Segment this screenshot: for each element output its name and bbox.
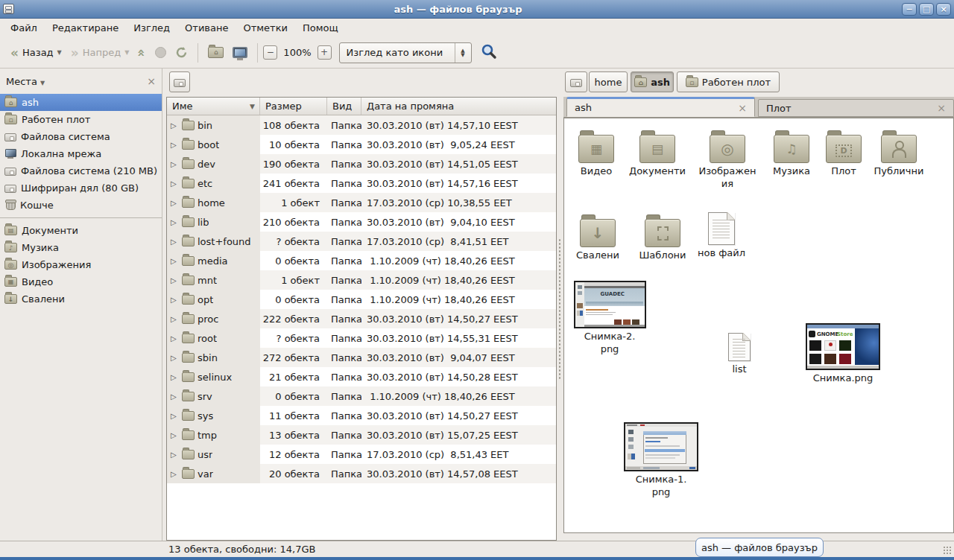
expander-icon[interactable]: ▷ xyxy=(171,315,179,323)
sidebar-item-filesystem[interactable]: Файлова система xyxy=(0,128,162,145)
file-item-snimka-1[interactable]: Снимка-1. png xyxy=(615,422,707,499)
tab-close-icon[interactable]: × xyxy=(738,102,747,114)
column-header-modified[interactable]: Дата на промяна xyxy=(361,98,556,115)
breadcrumb-desktop-button[interactable]: Работен плот xyxy=(677,71,780,92)
back-dropdown-icon[interactable]: ▼ xyxy=(57,49,62,56)
sidebar-item-pictures[interactable]: Изображения xyxy=(0,256,162,273)
titlebar[interactable]: ash — файлов браузър − □ × xyxy=(0,0,954,19)
stop-button[interactable] xyxy=(151,44,171,61)
expander-icon[interactable]: ▷ xyxy=(171,199,179,207)
search-button[interactable] xyxy=(481,43,497,62)
tree-row-boot[interactable]: ▷ boot 10 обекта Папка 30.03.2010 (вт) 9… xyxy=(167,135,556,154)
expander-icon[interactable]: ▷ xyxy=(171,412,179,420)
sidebar-item-downloads[interactable]: Свалени xyxy=(0,290,162,308)
maximize-button[interactable]: □ xyxy=(919,3,934,16)
tree-row-sys[interactable]: ▷ sys 11 обекта Папка 30.03.2010 (вт) 14… xyxy=(167,406,556,425)
file-item-new-file[interactable]: нов файл xyxy=(692,212,751,260)
file-item-downloads[interactable]: Свалени xyxy=(566,214,630,262)
expander-icon[interactable]: ▷ xyxy=(171,431,179,439)
file-item-snimka-2[interactable]: GUADEC Снимка-2. png xyxy=(572,281,648,356)
zoom-in-button[interactable]: + xyxy=(318,45,332,60)
resize-grip[interactable] xyxy=(943,546,953,556)
sidebar-item-desktop[interactable]: Работен плот xyxy=(0,111,162,128)
root-location-button[interactable] xyxy=(169,71,190,92)
file-item-snimka[interactable]: GNOME Store Снимка.png xyxy=(797,323,889,385)
file-item-templates[interactable]: Шаблони xyxy=(631,214,694,262)
expander-icon[interactable]: ▷ xyxy=(171,470,179,478)
reload-button[interactable] xyxy=(171,43,192,62)
up-button[interactable]: « xyxy=(133,42,151,63)
file-item-desktop[interactable]: Плот xyxy=(819,130,868,178)
column-header-size[interactable]: Размер xyxy=(260,98,327,115)
sidebar-item-music[interactable]: Музика xyxy=(0,239,162,256)
menu-edit[interactable]: Редактиране xyxy=(45,20,126,36)
file-item-documents[interactable]: Документи xyxy=(625,130,689,178)
tree-row-lib[interactable]: ▷ lib 210 обекта Папка 30.03.2010 (вт) 9… xyxy=(167,212,556,232)
computer-button[interactable] xyxy=(228,44,252,61)
tree-row-bin[interactable]: ▷ bin 108 обекта Папка 30.03.2010 (вт) 1… xyxy=(167,115,556,135)
back-button[interactable]: « Назад ▼ xyxy=(6,44,66,61)
expander-icon[interactable]: ▷ xyxy=(171,257,179,265)
icon-view[interactable]: Видео Документи Изображен ия Музика Плот xyxy=(563,118,954,533)
pane-splitter[interactable] xyxy=(557,69,563,541)
expander-icon[interactable]: ▷ xyxy=(171,392,179,401)
expander-icon[interactable]: ▷ xyxy=(171,238,179,246)
menu-file[interactable]: Файл xyxy=(3,20,45,36)
sidebar-item-trash[interactable]: Кошче xyxy=(0,197,162,214)
tree-row-selinux[interactable]: ▷ selinux 21 обекта Папка 30.03.2010 (вт… xyxy=(167,367,556,386)
file-item-music[interactable]: Музика xyxy=(764,130,819,178)
breadcrumb-home-button[interactable]: home xyxy=(589,71,628,92)
sidebar-item-video[interactable]: Видео xyxy=(0,273,162,290)
tree-row-srv[interactable]: ▷ srv 0 обекта Папка 1.10.2009 (чт) 18,4… xyxy=(167,386,556,406)
tab-close-icon[interactable]: × xyxy=(937,102,946,114)
menu-view[interactable]: Изглед xyxy=(126,20,177,36)
tab-ash[interactable]: ash × xyxy=(566,97,755,117)
breadcrumb-root-button[interactable] xyxy=(565,71,587,92)
expander-icon[interactable]: ▷ xyxy=(171,179,179,188)
tree-row-usr[interactable]: ▷ usr 12 обекта Папка 17.03.2010 (ср) 8,… xyxy=(167,445,556,464)
expander-icon[interactable]: ▷ xyxy=(171,141,179,149)
expander-icon[interactable]: ▷ xyxy=(171,121,179,130)
menu-go[interactable]: Отиване xyxy=(177,20,236,36)
zoom-out-button[interactable]: − xyxy=(263,45,277,60)
sidebar-item-filesystem-210mb[interactable]: Файлова система (210 MB) xyxy=(0,162,162,179)
taskbar-window-button[interactable]: ash — файлов браузър xyxy=(695,538,824,557)
view-mode-select[interactable]: Изглед като икони ▲▼ xyxy=(339,42,472,63)
expander-icon[interactable]: ▷ xyxy=(171,373,179,381)
file-item-video[interactable]: Видео xyxy=(566,130,627,178)
tree-row-mnt[interactable]: ▷ mnt 1 обект Папка 1.10.2009 (чт) 18,40… xyxy=(167,270,556,290)
tab-plot[interactable]: Плот × xyxy=(758,99,954,117)
forward-button[interactable]: » Напред ▼ xyxy=(66,44,134,61)
sidebar-item-encrypted-80gb[interactable]: Шифриран дял (80 GB) xyxy=(0,179,162,197)
file-item-public[interactable]: Публични xyxy=(868,130,929,178)
close-button[interactable]: × xyxy=(936,3,951,16)
forward-dropdown-icon[interactable]: ▼ xyxy=(124,49,129,56)
sidebar-item-ash[interactable]: ash xyxy=(0,94,162,111)
sidebar-item-documents[interactable]: Документи xyxy=(0,222,162,239)
file-item-list[interactable]: list xyxy=(710,333,768,376)
expander-icon[interactable]: ▷ xyxy=(171,334,179,343)
column-header-type[interactable]: Вид xyxy=(327,98,361,115)
expander-icon[interactable]: ▷ xyxy=(171,354,179,362)
tree-row-sbin[interactable]: ▷ sbin 272 обекта Папка 30.03.2010 (вт) … xyxy=(167,348,556,367)
sidebar-item-local-network[interactable]: Локална мрежа xyxy=(0,145,162,162)
breadcrumb-ash-button[interactable]: ash xyxy=(631,71,674,92)
tree-row-var[interactable]: ▷ var 20 обекта Папка 30.03.2010 (вт) 14… xyxy=(167,464,556,483)
expander-icon[interactable]: ▷ xyxy=(171,218,179,226)
expander-icon[interactable]: ▷ xyxy=(171,451,179,459)
home-button[interactable] xyxy=(203,44,228,61)
expander-icon[interactable]: ▷ xyxy=(171,276,179,284)
tree-row-media[interactable]: ▷ media 0 обекта Папка 1.10.2009 (чт) 18… xyxy=(167,251,556,270)
column-header-name[interactable]: Име ▼ xyxy=(167,98,260,115)
menu-help[interactable]: Помощ xyxy=(295,20,346,36)
tree-row-proc[interactable]: ▷ proc 222 обекта Папка 30.03.2010 (вт) … xyxy=(167,309,556,328)
tree-row-lost+found[interactable]: ▷ lost+found ? обекта Папка 17.03.2010 (… xyxy=(167,232,556,251)
tree-row-etc[interactable]: ▷ etc 241 обекта Папка 30.03.2010 (вт) 1… xyxy=(167,174,556,193)
tree-row-dev[interactable]: ▷ dev 190 обекта Папка 30.03.2010 (вт) 1… xyxy=(167,154,556,174)
sidebar-pane-selector[interactable]: Места ▼ xyxy=(6,76,45,87)
tree-row-root[interactable]: ▷ root ? обекта Папка 30.03.2010 (вт) 14… xyxy=(167,328,556,348)
expander-icon[interactable]: ▷ xyxy=(171,160,179,168)
tree-row-tmp[interactable]: ▷ tmp 13 обекта Папка 30.03.2010 (вт) 15… xyxy=(167,425,556,445)
menu-bookmarks[interactable]: Отметки xyxy=(236,20,294,36)
tree-row-opt[interactable]: ▷ opt 0 обекта Папка 1.10.2009 (чт) 18,4… xyxy=(167,290,556,309)
